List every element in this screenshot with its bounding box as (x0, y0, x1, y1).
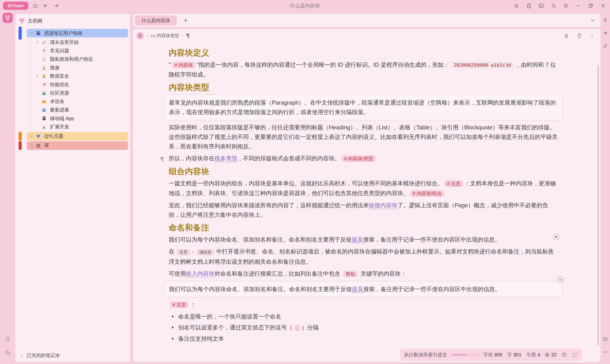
list-item-block[interactable]: •命名是唯一的，一个块只能设置一个命名 (169, 312, 558, 321)
outline-icon[interactable] (601, 16, 609, 24)
status-stat-value: 4 (538, 352, 540, 358)
backlinks-icon[interactable] (601, 29, 609, 37)
chevron-down-icon[interactable] (29, 31, 36, 35)
fullscreen-icon[interactable] (572, 352, 578, 358)
doc-row[interactable]: 数据安全 (27, 72, 128, 80)
boxed-paragraph-block[interactable]: 最常见的内容块就是我们所熟悉的段落（Paragraph）。在中文传统排版中，段落… (164, 95, 562, 120)
status-stat: 字符855 (483, 351, 502, 358)
breadcrumb-item[interactable]: H2内容块类型 (151, 33, 179, 39)
doc-row[interactable]: 最新进展 (27, 106, 128, 114)
closed-notebooks-row[interactable]: 已关闭的笔记本 (15, 350, 130, 362)
status-stat: 字801 (507, 351, 521, 358)
qyl-theme-icon[interactable]: Q (513, 3, 519, 9)
breadcrumb-doc-icon[interactable] (136, 32, 144, 39)
forward-icon[interactable] (53, 3, 59, 9)
run-text: "指的是一块内容，每块这样的内容通过一个全局唯一的 ID 进行标识。ID 是程序… (196, 62, 449, 68)
list-item-block[interactable]: •备注仅支持纯文本 (169, 334, 558, 343)
tag-icon[interactable]: ♥ (3, 348, 13, 358)
paragraph-gutter-icon[interactable]: ¶ (160, 155, 164, 164)
more-menu-icon[interactable] (589, 33, 595, 39)
paragraph-block[interactable]: 所以，内容块存在很多类型，不同的排版格式会形成不同的内容块。# 内容块/类型¶ (169, 154, 558, 163)
doc-row[interactable]: 性能优化 (27, 80, 128, 89)
graph-icon[interactable] (601, 42, 609, 50)
document-icon (41, 57, 48, 62)
notebook-color-bar (19, 141, 22, 150)
doc-row[interactable]: 请从这里开始 (27, 38, 128, 47)
run-link[interactable]: 链接内容块 (369, 202, 397, 209)
paragraph-block[interactable]: # 注意： (169, 300, 558, 310)
marketplace-icon[interactable] (526, 3, 532, 9)
status-stat-value: 801 (514, 352, 521, 358)
notebook-row[interactable]: 思源笔记用户指南 (27, 29, 128, 37)
editor-scrollbar[interactable] (597, 65, 599, 346)
close-icon[interactable] (600, 3, 606, 9)
doc-row[interactable]: 扩展开发 (27, 123, 128, 131)
doc-row[interactable]: 移动端 App (27, 114, 128, 123)
breadcrumb-actions (563, 33, 595, 39)
file-tree-icon[interactable] (3, 13, 13, 23)
paragraph-block[interactable]: 实际使用时，仅仅靠段落排版是不够的，往往还需要用到标题（Heading）、列表（… (169, 123, 558, 151)
help-icon[interactable]: ? (561, 352, 567, 358)
run-link[interactable]: 提及 (352, 236, 363, 244)
chevron-right-icon[interactable] (35, 40, 41, 45)
back-icon[interactable] (43, 3, 49, 9)
app-window: SiYuan 什么是内容块 Q ♥ 文档树 思源笔记用户指南请从这里开始?常见问… (0, 0, 610, 364)
dev-console-icon[interactable] (538, 3, 544, 9)
status-stat-label: 块 (545, 351, 550, 358)
bookmark-icon[interactable] (3, 334, 13, 344)
chevron-right-icon[interactable] (29, 134, 36, 138)
doc-label: 数据安全 (50, 73, 69, 79)
run-text: 搜索，备注用于记录一些不便在内容区中出现的信息。 (363, 236, 500, 243)
doc-row[interactable]: 致谢 (27, 64, 128, 72)
question-icon: ? (41, 48, 48, 53)
paragraph-block[interactable]: 可使用嵌入内容块对命名和备注进行搜索汇总，比如列出备注中包含 简短 关键字的内容… (169, 269, 558, 279)
notebook-color-bar (19, 132, 22, 141)
run-link[interactable]: 嵌入内容块 (186, 270, 214, 277)
doc-row[interactable]: 隐私政策和用户协议 (27, 55, 128, 64)
app-logo[interactable]: SiYuan (3, 2, 28, 10)
notebook-color-bar (19, 26, 22, 40)
paragraph-block[interactable]: 在 设置 - 编辑器 中打开显示书签、命名、别名标识选项后，被命名的内容块在编辑… (169, 247, 558, 267)
appearance-icon[interactable] (563, 3, 569, 9)
breadcrumb-item[interactable]: ¶ (186, 33, 190, 39)
paragraph-block[interactable]: "# 内容块"指的是一块内容，每块这样的内容通过一个全局唯一的 ID 进行标识。… (169, 60, 558, 79)
restore-icon[interactable] (588, 3, 594, 9)
run-link[interactable]: 提及 (352, 286, 363, 293)
link-icon[interactable] (601, 348, 609, 356)
readonly-lock-icon[interactable] (563, 33, 570, 39)
block-memo-badge[interactable]: M (557, 276, 564, 283)
minimize-icon[interactable] (575, 3, 581, 9)
inbox-icon[interactable] (601, 335, 609, 343)
heading-block[interactable]: 组合内容块 (169, 166, 558, 176)
paragraph-block[interactable]: 我们可以为每个内容块命名、添加别名和备注。命名和别名主要用于反链提及搜索，备注用… (169, 235, 558, 244)
heading-block[interactable]: 命名和备注M (169, 222, 558, 233)
chevron-right-icon[interactable] (29, 143, 36, 148)
doc-info-icon[interactable] (576, 33, 582, 39)
boxed-paragraph-block[interactable]: 我们可以为每个内容块命名、添加别名和备注。命名和别名主要用于反链提及搜索，备注用… (164, 281, 562, 297)
chevron-right-icon (20, 353, 25, 358)
heading-block[interactable]: 内容块定义 (169, 48, 558, 58)
run-tag: # 内容块/类型 (342, 155, 376, 162)
status-stat-label: 字符 (483, 351, 493, 358)
chevron-right-icon[interactable] (35, 74, 41, 78)
status-task-label: 执行数据库索引提交 (404, 351, 447, 358)
new-tab-button[interactable] (182, 17, 189, 24)
paragraph-block[interactable]: 一篇文档是一些内容块的组合，内容块是基本单位。这就好比乐高积木，可以使用不同的基… (169, 179, 558, 198)
heading-block[interactable]: 内容块类型 (169, 82, 558, 92)
doc-row[interactable]: ?常见问题 (27, 47, 128, 55)
run-kbd: 设置 (177, 249, 190, 255)
editor-content[interactable]: 内容块定义"# 内容块"指的是一块内容，每块这样的内容通过一个全局唯一的 ID … (133, 41, 600, 343)
notebook-row[interactable]: 库 (27, 141, 128, 150)
doc-label: 术语表 (50, 98, 64, 105)
tab-list-chevron[interactable] (589, 17, 596, 24)
doc-row[interactable]: 社区资源 (27, 89, 128, 97)
notebook-row[interactable]: QYL主题 (27, 132, 128, 141)
run-text: 别名可以设置多个，通过英文状态下的逗号（ (178, 324, 293, 331)
doc-row[interactable]: 术语表 (27, 97, 128, 106)
list-item-block[interactable]: •别名可以设置多个，通过英文状态下的逗号（,）分隔 (169, 323, 558, 333)
paragraph-block[interactable]: 至此，我们已经能够用内容块来描述所有的内容了，这样就能通过统一的用法来链接内容块… (169, 201, 558, 220)
run-link[interactable]: 很多类型 (214, 155, 237, 162)
search-icon[interactable] (550, 3, 557, 9)
tab-active[interactable]: 什么是内容块 (135, 15, 177, 26)
home-icon[interactable] (32, 3, 38, 9)
